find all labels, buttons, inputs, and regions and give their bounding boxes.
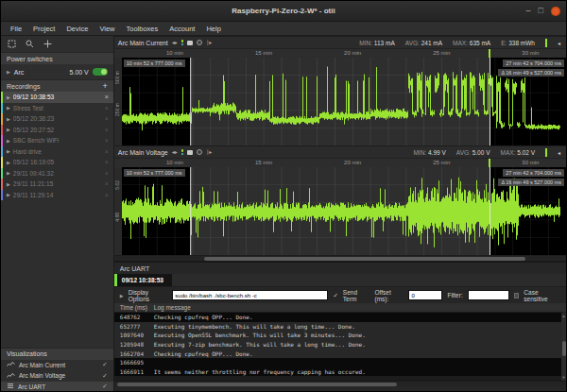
- minimize-button[interactable]: –: [526, 7, 531, 15]
- recording-item[interactable]: ▶29/11 09:41:32×: [1, 168, 113, 179]
- recording-item[interactable]: ▶Stress Test×: [1, 103, 113, 114]
- pan-tool-icon[interactable]: [43, 40, 52, 48]
- collapse-icon[interactable]: ◂: [558, 149, 560, 156]
- chart-horizontal-scrollbar[interactable]: [114, 255, 566, 261]
- log-row[interactable]: 648762Checking cpufreq OPP... Done.: [114, 313, 561, 322]
- recording-item[interactable]: ▶Hard drive×: [1, 146, 113, 158]
- close-icon[interactable]: ×: [105, 192, 109, 198]
- expand-arrow-icon[interactable]: ▶: [7, 192, 10, 197]
- close-icon[interactable]: ×: [105, 170, 109, 177]
- menu-item-toolboxes[interactable]: Toolboxes: [121, 25, 164, 33]
- pan-arrows-icon[interactable]: ◂▸: [172, 40, 178, 45]
- close-icon[interactable]: ×: [105, 94, 109, 100]
- expand-arrow-icon[interactable]: ▶: [7, 181, 10, 187]
- waveform-arc-main-current[interactable]: [122, 58, 560, 145]
- zoom-tool-icon[interactable]: [26, 40, 34, 48]
- vscroll-thumb[interactable]: [562, 341, 566, 356]
- log-row[interactable]: 1097640Executing OpenSSL benchmark. This…: [114, 331, 561, 340]
- log-row[interactable]: 1666911It seems neither throttling nor f…: [114, 367, 561, 377]
- close-icon[interactable]: ×: [105, 105, 109, 111]
- filter-label: Filter:: [447, 292, 462, 298]
- recording-item[interactable]: ▶SBC Bench WiFi×: [1, 135, 113, 146]
- recordings-label: Recordings: [7, 83, 40, 90]
- recording-item[interactable]: ▶05/12 16:19:05×: [1, 157, 113, 168]
- close-icon[interactable]: ×: [105, 159, 109, 165]
- expand-arrow-icon[interactable]: ▶: [7, 138, 10, 144]
- close-icon[interactable]: ×: [105, 137, 109, 144]
- recording-item[interactable]: ▶09/12 10:38:53×: [1, 92, 113, 103]
- menu-item-project[interactable]: Project: [27, 25, 60, 33]
- power-toggle[interactable]: [93, 68, 108, 76]
- command-input[interactable]: [172, 290, 328, 300]
- menu-item-view[interactable]: View: [94, 25, 120, 33]
- expand-arrow-icon[interactable]: ▶: [7, 116, 10, 122]
- display-options-expander-icon[interactable]: ▶: [120, 293, 124, 298]
- menu-item-help[interactable]: Help: [200, 25, 226, 33]
- offset-input[interactable]: [408, 290, 442, 300]
- marker-icon[interactable]: [181, 40, 184, 45]
- selection-start-label: 10 min 52 s 777.000 ms: [124, 60, 185, 67]
- step-icon[interactable]: ∣▸: [206, 149, 212, 155]
- visualizations-list: Arc Main Current✓Arc Main Voltage✓Arc UA…: [1, 360, 113, 392]
- menu-item-device[interactable]: Device: [60, 25, 94, 33]
- recording-item[interactable]: ▶05/12 20:36:23×: [1, 113, 113, 125]
- close-icon[interactable]: ×: [105, 127, 109, 133]
- display-options-label[interactable]: Display Options: [129, 289, 168, 302]
- select-tool-icon[interactable]: [8, 40, 16, 48]
- marker-icon[interactable]: [181, 149, 184, 155]
- close-icon[interactable]: ×: [105, 148, 109, 155]
- scroll-up-icon[interactable]: ▲: [561, 314, 566, 318]
- tab-color-bar: [114, 274, 117, 286]
- step-icon[interactable]: ∣▸: [206, 40, 212, 45]
- log-row[interactable]: 1205948Executing 7-zip benchmark. This w…: [114, 340, 561, 349]
- box-icon[interactable]: [187, 150, 193, 155]
- uart-tab-bar: 09/12 10:38:53: [114, 274, 566, 287]
- collapse-icon[interactable]: ◂: [558, 40, 560, 46]
- log-area: 648762Checking cpufreq OPP... Done.65277…: [114, 313, 566, 381]
- expand-arrow-icon[interactable]: ▶: [7, 160, 10, 165]
- close-icon[interactable]: ×: [105, 115, 109, 122]
- hscroll-thumb[interactable]: [204, 257, 525, 261]
- recording-item[interactable]: ▶05/12 20:27:52×: [1, 125, 113, 136]
- close-button[interactable]: [551, 7, 560, 16]
- box-icon[interactable]: [187, 41, 193, 45]
- send-term-check-icon[interactable]: ✓: [333, 292, 337, 299]
- log-row[interactable]: 1662704Checking cpufreq OPP... Done.: [114, 349, 561, 358]
- plot-arc-main-current: 500 m250 m10 min 52 s 777.000 ms27 min 4…: [114, 58, 566, 145]
- expand-arrow-icon[interactable]: ▶: [7, 69, 10, 75]
- log-horizontal-scrollbar[interactable]: [114, 381, 566, 386]
- log-vertical-scrollbar[interactable]: ▲ ▼: [561, 313, 566, 381]
- visualization-item[interactable]: Arc Main Current✓: [1, 360, 113, 371]
- send-term-label[interactable]: Send Term: [343, 289, 370, 302]
- log-row[interactable]: 652777Executing tinymembench. This will …: [114, 322, 561, 332]
- filter-input[interactable]: [468, 290, 509, 300]
- visualization-item[interactable]: Arc UART✓: [1, 382, 113, 392]
- charts-area: Arc Main Current◂▸∣▸MIN: 113 mAAVG: 241 …: [114, 36, 566, 261]
- power-switch-arc[interactable]: ▶ Arc 5.00 V: [1, 64, 113, 79]
- log-row[interactable]: 1666695: [114, 358, 561, 367]
- waveform-arc-main-voltage[interactable]: [122, 167, 560, 255]
- hscroll-thumb[interactable]: [117, 383, 397, 386]
- expand-arrow-icon[interactable]: ▶: [7, 94, 10, 100]
- axis-tick: 20 min: [344, 50, 361, 56]
- close-icon[interactable]: ×: [105, 180, 109, 187]
- menu-item-file[interactable]: File: [5, 25, 27, 33]
- add-recording-button[interactable]: +: [103, 81, 108, 91]
- scroll-down-icon[interactable]: ▼: [561, 375, 566, 380]
- record-icon[interactable]: [197, 149, 202, 155]
- visualization-item[interactable]: Arc Main Voltage✓: [1, 370, 113, 382]
- expand-arrow-icon[interactable]: ▶: [7, 148, 10, 154]
- pan-arrows-icon[interactable]: ◂▸: [172, 149, 178, 155]
- chart-arc-main-current: Arc Main Current◂▸∣▸MIN: 113 mAAVG: 241 …: [114, 36, 566, 145]
- maximize-button[interactable]: □: [539, 7, 543, 15]
- log-time: 1666911: [114, 368, 154, 375]
- expand-arrow-icon[interactable]: ▶: [7, 127, 10, 132]
- recording-item[interactable]: ▶29/11 11:21:15×: [1, 179, 113, 190]
- uart-tab[interactable]: 09/12 10:38:53: [114, 274, 172, 286]
- recording-item[interactable]: ▶29/11 11:29:14×: [1, 190, 113, 201]
- expand-arrow-icon[interactable]: ▶: [7, 170, 10, 176]
- menu-item-account[interactable]: Account: [163, 25, 200, 33]
- record-icon[interactable]: [197, 40, 202, 45]
- case-sensitive-checkbox[interactable]: [514, 293, 520, 298]
- expand-arrow-icon[interactable]: ▶: [7, 105, 10, 111]
